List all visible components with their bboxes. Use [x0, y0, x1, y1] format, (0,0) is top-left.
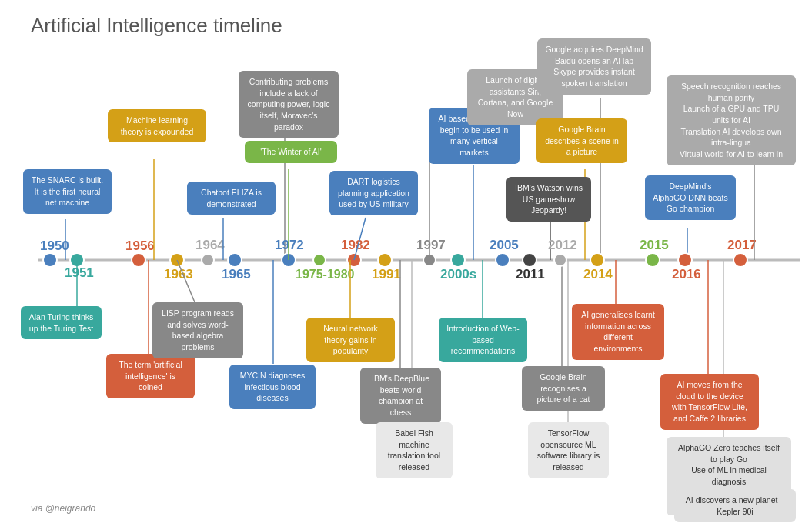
snarc-box: The SNARC is built. It is the first neur… [23, 169, 112, 214]
speech-recognition-box: Speech recognition reaches human parity … [667, 75, 796, 165]
svg-text:1972: 1972 [275, 238, 304, 252]
babel-fish-box: Babel Fish machine translation tool rele… [376, 422, 453, 478]
neural-network-box: Neural network theory gains in popularit… [306, 318, 395, 362]
svg-point-14 [202, 254, 214, 266]
svg-text:1964: 1964 [195, 238, 225, 252]
chatbot-box: Chatbot ELIZA is demonstrated [187, 182, 276, 215]
svg-text:1975-1980: 1975-1980 [296, 268, 355, 281]
svg-text:1950: 1950 [40, 238, 69, 253]
ai-moves-box: AI moves from the cloud to the device wi… [660, 374, 759, 430]
svg-text:1991: 1991 [372, 267, 401, 281]
svg-point-62 [733, 253, 747, 267]
turing-box: Alan Turing thinks up the Turing Test [21, 306, 102, 339]
winter-ai-box: 'The Winter of AI' [245, 141, 337, 163]
svg-text:1997: 1997 [416, 238, 446, 252]
svg-text:2014: 2014 [583, 267, 613, 281]
svg-point-16 [228, 253, 242, 267]
tensorflow-box: TensorFlow opensource ML software librar… [528, 422, 609, 478]
svg-point-1 [43, 253, 57, 267]
google-brain-scene-box: Google Brain describes a scene in a pict… [536, 118, 627, 163]
svg-point-29 [378, 253, 392, 267]
contributing-box: Contributing problems include a lack of … [239, 71, 339, 138]
svg-text:1951: 1951 [65, 265, 94, 280]
ibm-deepblue-box: IBM's DeepBlue beats world champion at c… [360, 368, 441, 424]
dart-box: DART logistics planning application used… [329, 171, 418, 215]
ai-discovers-box: AI discovers a new planet – Kepler 90i [674, 489, 796, 522]
svg-text:2015: 2015 [640, 238, 669, 252]
mycin-box: MYCIN diagnoses infectious blood disease… [229, 365, 316, 409]
svg-point-7 [132, 253, 145, 267]
ai-coined-box: The term 'artificial intelligence' is co… [106, 354, 195, 398]
svg-text:2017: 2017 [727, 238, 757, 252]
svg-point-23 [313, 254, 326, 266]
ai-generalises-box: AI generalises learnt information across… [572, 304, 664, 360]
google-brain-cat-box: Google Brain recognises a picture of a c… [522, 366, 605, 411]
svg-point-38 [451, 253, 465, 267]
web-recommendations-box: Introduction of Web-based recommendation… [439, 318, 527, 362]
svg-text:1963: 1963 [164, 267, 193, 281]
svg-text:2012: 2012 [548, 238, 577, 252]
svg-text:1956: 1956 [125, 238, 155, 253]
svg-text:2000s: 2000s [440, 267, 476, 281]
svg-text:2016: 2016 [672, 267, 701, 281]
ml-theory-box: Machine learning theory is expounded [108, 109, 206, 142]
svg-text:1982: 1982 [341, 238, 370, 252]
ibm-watson-box: IBM's Watson wins US gameshow Jeopardy! [506, 177, 591, 222]
svg-point-43 [523, 253, 536, 267]
svg-text:2005: 2005 [490, 238, 519, 252]
lisp-box: LISP program reads and solves word-based… [152, 302, 243, 358]
svg-text:1965: 1965 [222, 267, 251, 281]
deepmind-alphago-box: DeepMind's AlphaGO DNN beats Go champion [645, 175, 736, 220]
svg-point-58 [678, 253, 692, 267]
google-acquires-box: Google acquires DeepMind Baidu opens an … [537, 38, 651, 95]
svg-point-52 [590, 253, 604, 267]
svg-point-41 [496, 253, 510, 267]
svg-point-55 [646, 253, 660, 267]
svg-text:2011: 2011 [516, 267, 545, 281]
svg-point-48 [554, 254, 566, 266]
canvas: Artificial Intelligence timeline 1950 19… [0, 0, 812, 523]
